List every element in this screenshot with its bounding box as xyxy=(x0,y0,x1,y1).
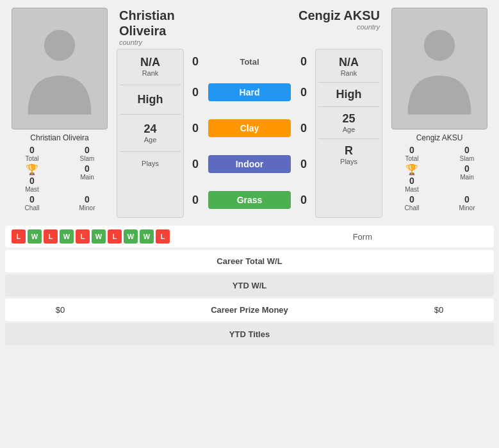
hard-left-score: 0 xyxy=(188,86,203,99)
total-right-score: 0 xyxy=(296,55,311,69)
bottom-stat-row-3: YTD Titles xyxy=(5,323,494,345)
right-chall-label: Chall xyxy=(405,204,420,212)
center-content: N/A Rank High 24 Age Plays xyxy=(117,49,382,218)
right-rank-label: Rank xyxy=(341,69,357,77)
right-plays-label: Plays xyxy=(340,158,357,165)
indoor-right-score: 0 xyxy=(296,158,311,171)
left-player-photo xyxy=(12,8,108,129)
left-total-label: Total xyxy=(25,155,38,162)
svg-point-1 xyxy=(424,30,455,61)
right-player-photo xyxy=(391,8,487,129)
form-badge-7: W xyxy=(124,229,138,244)
left-slam-label: Slam xyxy=(80,155,95,162)
bottom-stat-left-2: $0 xyxy=(15,305,105,315)
left-mast-label: Mast xyxy=(25,186,39,193)
bottom-stat-right-2: $0 xyxy=(394,305,484,315)
right-total-label: Total xyxy=(405,155,418,162)
right-rank-block: N/A Rank xyxy=(318,53,379,79)
form-badge-8: W xyxy=(140,229,154,244)
form-badges: LWLWLWLWWL xyxy=(12,229,170,244)
right-player-center-name: Cengiz AKSU country xyxy=(299,8,380,31)
clay-left-score: 0 xyxy=(188,122,203,135)
right-country-flag: country xyxy=(299,23,380,31)
form-badge-3: W xyxy=(60,229,74,244)
left-chall-cell: 0 Chall xyxy=(5,194,59,212)
left-name-line2: Oliveira xyxy=(119,23,175,38)
right-minor-label: Minor xyxy=(459,204,475,212)
right-player-card: Cengiz AKSU 0 Total 0 Slam 🏆 0 Mast 0 M xyxy=(385,8,494,218)
right-chall-cell: 0 Chall xyxy=(385,194,439,212)
players-section: Christian Oliveira 0 Total 0 Slam 🏆 0 Ma… xyxy=(0,0,499,223)
right-age-label: Age xyxy=(343,126,356,133)
scores-column: 0 Total 0 0 Hard 0 0 Clay 0 xyxy=(186,49,313,218)
clay-right-score: 0 xyxy=(296,122,311,135)
bottom-stat-label-0: Career Total W/L xyxy=(105,256,394,266)
right-slam-cell: 0 Slam xyxy=(440,145,494,162)
left-name-line1: Christian xyxy=(119,8,175,23)
right-main-label: Main xyxy=(460,174,474,181)
left-age-label: Age xyxy=(144,136,157,144)
player-names-row: Christian Oliveira country Cengiz AKSU c… xyxy=(117,8,382,49)
right-chall-value: 0 xyxy=(409,194,414,204)
left-age-block: 24 Age xyxy=(120,120,181,146)
bottom-stat-label-1: YTD W/L xyxy=(105,281,394,290)
left-mast-value: 0 xyxy=(29,176,35,186)
left-total-value: 0 xyxy=(29,145,35,155)
bottom-stat-row-1: YTD W/L xyxy=(5,274,494,297)
total-left-score: 0 xyxy=(188,55,203,69)
form-badge-6: L xyxy=(108,229,122,244)
right-minor-cell: 0 Minor xyxy=(440,194,494,212)
indoor-row: 0 Indoor 0 xyxy=(186,146,313,182)
right-slam-label: Slam xyxy=(460,155,475,162)
left-age-value: 24 xyxy=(143,122,156,136)
left-country-flag: country xyxy=(119,38,175,46)
right-total-value: 0 xyxy=(409,145,414,155)
left-minor-value: 0 xyxy=(85,194,90,204)
right-plays-block: R Plays xyxy=(318,142,379,168)
form-badge-4: L xyxy=(76,229,90,244)
hard-row: 0 Hard 0 xyxy=(186,74,313,110)
left-main-value: 0 xyxy=(85,163,90,174)
left-main-label: Main xyxy=(80,174,94,181)
bottom-stat-row-0: Career Total W/L xyxy=(5,250,494,272)
grass-left-score: 0 xyxy=(188,194,203,207)
left-total-cell: 0 Total xyxy=(5,145,59,162)
right-mast-cell: 🏆 0 Mast xyxy=(385,163,439,193)
sep3 xyxy=(120,151,181,152)
sep1 xyxy=(120,85,181,85)
left-chall-label: Chall xyxy=(25,204,40,212)
left-rank-value: N/A xyxy=(140,56,160,69)
right-player-name-label: Cengiz AKSU xyxy=(416,133,463,142)
right-rank-value: N/A xyxy=(339,56,359,69)
left-player-center-name: Christian Oliveira country xyxy=(119,8,175,46)
right-mast-value: 0 xyxy=(409,176,414,186)
sep2 xyxy=(120,114,181,115)
left-player-stats-grid: 0 Total 0 Slam 🏆 0 Mast 0 Main 0 xyxy=(5,145,114,212)
left-player-name-label: Christian Oliveira xyxy=(30,133,88,142)
center-panel: Christian Oliveira country Cengiz AKSU c… xyxy=(117,8,382,218)
right-high-value: High xyxy=(336,88,362,101)
rsep1 xyxy=(318,82,379,83)
left-trophy-icon: 🏆 xyxy=(26,163,38,176)
bottom-stats-container: Career Total W/L YTD W/L $0 Career Prize… xyxy=(0,250,499,345)
form-label: Form xyxy=(353,232,372,242)
right-trophy-icon: 🏆 xyxy=(405,163,418,176)
left-plays-label: Plays xyxy=(142,160,159,167)
form-section: LWLWLWLWWL Form xyxy=(5,226,494,247)
form-badge-0: L xyxy=(12,229,26,244)
total-label: Total xyxy=(203,57,296,67)
right-total-cell: 0 Total xyxy=(385,145,439,162)
right-age-block: 25 Age xyxy=(318,110,379,136)
bottom-stat-row-2: $0 Career Prize Money $0 xyxy=(5,299,494,321)
hard-badge: Hard xyxy=(208,83,291,101)
right-name-line1: Cengiz AKSU xyxy=(299,8,380,23)
clay-badge: Clay xyxy=(208,119,291,137)
rsep3 xyxy=(318,138,379,139)
main-container: Christian Oliveira 0 Total 0 Slam 🏆 0 Ma… xyxy=(0,0,499,345)
right-slam-value: 0 xyxy=(464,145,470,155)
grass-row: 0 Grass 0 xyxy=(186,182,313,218)
left-plays-block: Plays xyxy=(120,157,181,170)
bottom-stat-label-3: YTD Titles xyxy=(105,329,394,339)
right-main-value: 0 xyxy=(464,163,470,174)
left-high-block: High xyxy=(120,90,181,109)
